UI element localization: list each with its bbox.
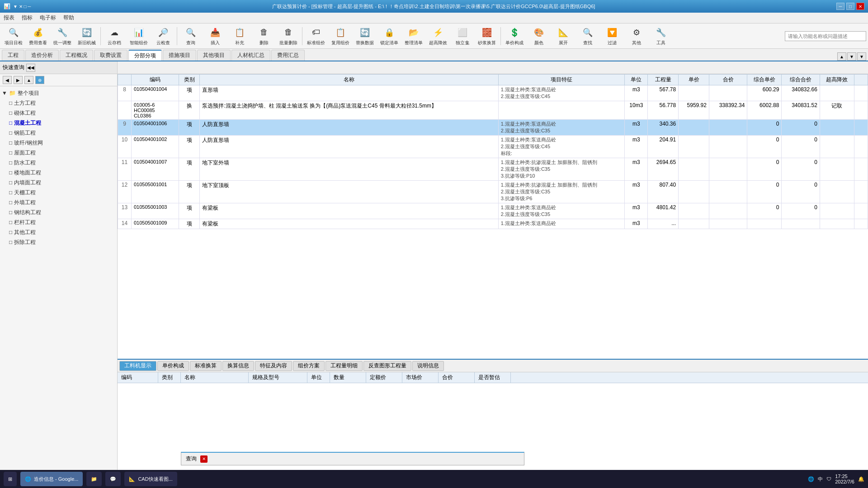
taskbar-cad[interactable]: 📐 CAD快速看图... [124,472,177,486]
tab-labor-machine[interactable]: 人材机汇总 [231,50,270,61]
row-total-price[interactable]: 338392.34 [709,101,747,120]
row-feature[interactable]: 1.混凝土种类:泵送商品砼 2.混凝土强度等级:C35 [498,120,625,136]
tab-engineering[interactable]: 工程 [2,50,24,61]
row-number[interactable]: 11 [118,158,132,181]
row-quantity[interactable]: 56.778 [648,101,679,120]
row-unit[interactable]: m3 [625,85,648,101]
bottom-tab-quantity-detail[interactable]: 工程量明细 [326,361,363,371]
row-feature[interactable]: 1.混凝土种类:泵送商品砼 2.混凝土强度等级:C45 标段: [498,136,625,158]
row-total-price[interactable] [709,219,747,229]
table-row[interactable]: 10010504001002项人防直形墙1.混凝土种类:泵送商品砼 2.混凝土强… [118,136,868,158]
query-close-button[interactable]: ✕ [200,455,208,463]
toolbar-other[interactable]: ⚙ 其他 [625,25,648,47]
table-row[interactable]: 8010504001004项直形墙1.混凝土种类:泵送商品砼 2.混凝土强度等级… [118,85,868,101]
sidebar-item-all[interactable]: ▼ 📁 整个项目 [0,88,117,98]
row-comp-unit[interactable]: 0 [747,181,782,203]
row-super-eff[interactable] [820,120,854,136]
table-row[interactable]: 12010505001001项地下室顶板1.混凝土种类:抗渗混凝土 加膨胀剂、阻… [118,181,868,203]
col-feature[interactable]: 项目特征 [498,75,625,85]
col-name[interactable]: 名称 [200,75,498,85]
taskbar-wechat[interactable]: 💬 [105,472,121,486]
row-code[interactable]: 010504001004 [132,85,179,101]
row-code[interactable]: 010504001007 [132,158,179,181]
row-unit-price[interactable] [679,203,709,219]
row-quantity[interactable]: 807.40 [648,181,679,203]
row-number[interactable]: 13 [118,203,132,219]
toolbar-super-eff[interactable]: ⚡ 超高降效 [426,25,450,47]
bottom-tab-reverse-drawing[interactable]: 反查图形工程量 [363,361,411,371]
table-row[interactable]: 9010504001006项人防直形墙1.混凝土种类:泵送商品砼 2.混凝土强度… [118,120,868,136]
row-comp-unit[interactable]: 6002.88 [747,101,782,120]
table-row[interactable]: 11010504001007项地下室外墙1.混凝土种类:抗渗混凝土 加膨胀剂、阻… [118,158,868,181]
row-feature[interactable]: 1.混凝土种类:抗渗混凝土 加膨胀剂、阻锈剂 2.混凝土强度等级:C35 3.抗… [498,181,625,203]
row-quantity[interactable]: ... [648,219,679,229]
sidebar-item-demolition[interactable]: □ 拆除工程 [0,237,117,247]
row-super-eff[interactable] [820,158,854,181]
row-comp-total[interactable]: 0 [782,203,820,219]
row-total-price[interactable] [709,203,747,219]
toolbar-organize-clear[interactable]: 📂 整理清单 [402,25,425,47]
row-total-price[interactable] [709,120,747,136]
toolbar-mortar-calc[interactable]: 🧱 砂浆换算 [475,25,499,47]
row-quantity[interactable]: 4801.42 [648,203,679,219]
toolbar-expand[interactable]: 📐 展开 [552,25,575,47]
menu-indicator[interactable]: 指标 [22,14,33,22]
tab-cost-analysis[interactable]: 造价分析 [25,50,59,61]
toolbar-lock-clear[interactable]: 🔒 锁定清单 [377,25,401,47]
toolbar-standalone[interactable]: ⬜ 独立龛 [451,25,474,47]
menu-report[interactable]: 报表 [4,14,14,22]
toolbar-delete[interactable]: 🗑 删除 [252,25,276,47]
sidebar-item-waterproof[interactable]: □ 防水工程 [0,158,117,168]
taskbar-start[interactable]: ⊞ [4,472,17,486]
row-type[interactable]: 项 [179,203,200,219]
row-quantity[interactable]: 567.78 [648,85,679,101]
bottom-tab-features[interactable]: 特征及内容 [255,361,292,371]
sidebar-item-roof[interactable]: □ 屋面工程 [0,148,117,158]
col-type[interactable]: 类别 [179,75,200,85]
sidebar-item-rebar[interactable]: □ 钢筋工程 [0,128,117,138]
row-extra[interactable] [854,120,868,136]
tab-other-items[interactable]: 其他项目 [197,50,231,61]
tab-fee-summary[interactable]: 费用汇总 [271,50,305,61]
sidebar-item-masonry[interactable]: □ 砌体工程 [0,108,117,118]
row-quantity[interactable]: 340.36 [648,120,679,136]
row-extra[interactable] [854,85,868,101]
row-comp-unit[interactable]: 0 [747,136,782,158]
tab-down-button[interactable]: ▼ [847,52,856,61]
row-total-price[interactable] [709,136,747,158]
toolbar-label-group[interactable]: 🏷 标准组价 [304,25,328,47]
row-unit[interactable]: m3 [625,158,648,181]
row-type[interactable]: 项 [179,158,200,181]
col-total-price[interactable]: 合价 [709,75,747,85]
row-name[interactable]: 有梁板 [200,219,498,229]
row-extra[interactable] [854,158,868,181]
row-feature[interactable]: 1.混凝土种类:泵送商品砼 [498,219,625,229]
row-comp-unit[interactable] [747,219,782,229]
row-extra[interactable] [854,219,868,229]
col-unit[interactable]: 单位 [625,75,648,85]
close-button[interactable]: ✕ [856,3,864,10]
row-name[interactable]: 地下室顶板 [200,181,498,203]
toolbar-replace-data[interactable]: 🔄 替换数据 [353,25,377,47]
row-unit-price[interactable] [679,219,709,229]
row-unit-price[interactable] [679,136,709,158]
bottom-tab-unit-price[interactable]: 单价构成 [157,361,189,371]
toolbar-smart-group[interactable]: 📊 智能组价 [127,25,151,47]
bottom-tab-material[interactable]: 工料机显示 [119,361,156,371]
row-code[interactable]: 010505001009 [132,219,179,229]
sidebar-item-other-eng[interactable]: □ 其他工程 [0,227,117,237]
col-comp-unit[interactable]: 综合单价 [747,75,782,85]
toolbar-copy-price[interactable]: 📋 复用组价 [329,25,352,47]
toolbar-cost-view[interactable]: 💰 费用查看 [26,25,50,47]
row-name[interactable]: 有梁板 [200,203,498,219]
row-code[interactable]: 010504001002 [132,136,179,158]
sidebar-item-railing[interactable]: □ 栏杆工程 [0,217,117,227]
toolbar-unit-price[interactable]: 💲 单价构成 [503,25,526,47]
tab-division[interactable]: 分部分项 [128,50,162,61]
sidebar-item-ceiling[interactable]: □ 天棚工程 [0,188,117,197]
row-super-eff[interactable] [820,136,854,158]
row-comp-unit[interactable]: 0 [747,158,782,181]
row-comp-total[interactable]: 0 [782,136,820,158]
row-type[interactable]: 项 [179,85,200,101]
sidebar-item-steel-structure[interactable]: □ 钢结构工程 [0,207,117,217]
